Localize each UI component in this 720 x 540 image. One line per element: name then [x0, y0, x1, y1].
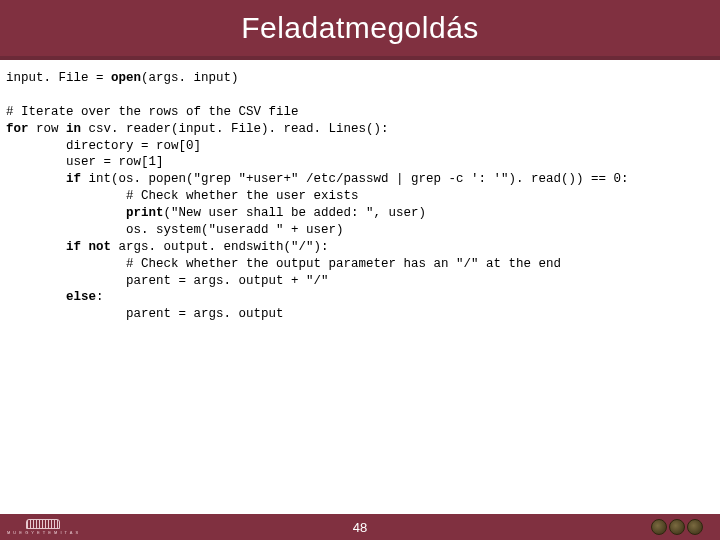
slide-footer: M U E G Y E T E M I T A S 48: [0, 514, 720, 540]
footer-logo-right: [634, 514, 720, 540]
building-icon: [26, 519, 60, 529]
slide-title: Feladatmegoldás: [241, 11, 479, 45]
seal-icon: [687, 519, 703, 535]
code-line: # Iterate over the rows of the CSV file: [6, 105, 299, 119]
footer-center: 48: [86, 514, 634, 540]
seal-icon: [651, 519, 667, 535]
code-line: # Check whether the output parameter has…: [6, 257, 561, 271]
university-logo: M U E G Y E T E M I T A S: [5, 517, 81, 537]
page-number: 48: [353, 520, 367, 535]
slide-header: Feladatmegoldás: [0, 0, 720, 60]
footer-logo-left: M U E G Y E T E M I T A S: [0, 514, 86, 540]
code-line: os. system("useradd " + user): [6, 223, 344, 237]
code-line: user = row[1]: [6, 155, 164, 169]
logo-text: M U E G Y E T E M I T A S: [7, 530, 79, 535]
seal-icon: [669, 519, 685, 535]
code-line: print("New user shall be added: ", user): [6, 206, 426, 220]
code-line: parent = args. output + "/": [6, 274, 329, 288]
code-line: else:: [6, 290, 104, 304]
code-line: directory = row[0]: [6, 139, 201, 153]
code-line: input. File = open(args. input): [6, 71, 239, 85]
code-line: parent = args. output: [6, 307, 284, 321]
code-block: input. File = open(args. input) # Iterat…: [0, 60, 720, 323]
code-line: if int(os. popen("grep "+user+" /etc/pas…: [6, 172, 629, 186]
code-line: if not args. output. endswith("/"):: [6, 240, 329, 254]
code-line: # Check whether the user exists: [6, 189, 359, 203]
code-line: for row in csv. reader(input. File). rea…: [6, 122, 389, 136]
